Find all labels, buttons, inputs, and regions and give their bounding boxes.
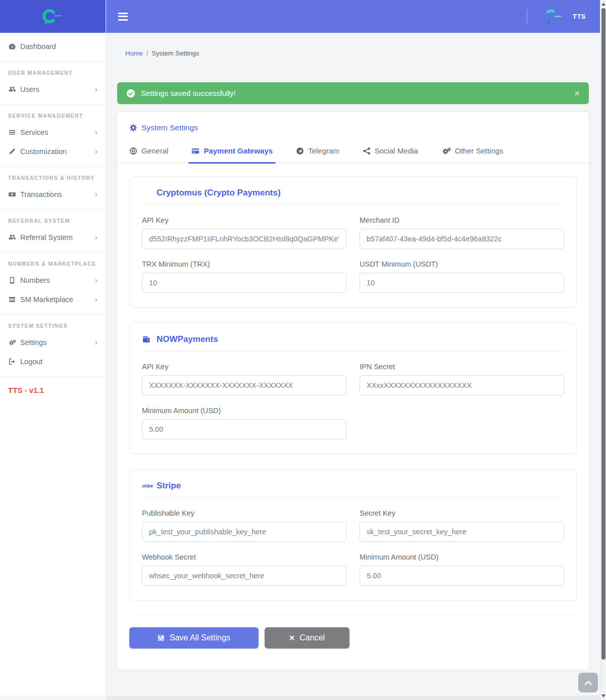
divider <box>0 376 106 377</box>
chevron-right-icon: › <box>95 233 97 241</box>
cryptomus-api-key-input[interactable] <box>142 229 346 249</box>
stripe-publishable-key-input[interactable] <box>142 522 346 542</box>
field-label: IPN Secret <box>360 363 564 371</box>
chevron-right-icon: › <box>95 190 97 198</box>
sidebar: Dashboard USER MANAGEMENT Users › SERVIC… <box>0 0 106 695</box>
sidebar-item-label: Dashboard <box>20 42 97 51</box>
tab-social-media[interactable]: Social Media <box>363 146 418 163</box>
nowpayments-minimum-amount-input[interactable] <box>142 419 346 439</box>
scrollbar-down-arrow[interactable] <box>601 694 605 697</box>
tab-label: Social Media <box>375 146 418 155</box>
field-minimum-amount: Minimum Amount (USD) <box>360 553 564 586</box>
stripe-minimum-amount-input[interactable] <box>360 566 564 586</box>
divider <box>527 9 527 24</box>
save-icon <box>158 634 165 641</box>
sidebar-item-customization[interactable]: Customization › <box>0 142 106 161</box>
chevron-right-icon: › <box>95 128 97 136</box>
chevron-up-icon <box>584 680 592 685</box>
field-api-key: API Key <box>142 363 346 395</box>
field-label: Merchant ID <box>360 216 564 224</box>
chevron-right-icon: › <box>95 295 97 304</box>
form-actions: Save All Settings × Cancel <box>129 616 577 670</box>
card-header: System Settings <box>117 112 589 132</box>
scrollbar-thumb[interactable] <box>601 8 605 660</box>
sidebar-item-transactions[interactable]: Transactions › <box>0 185 106 204</box>
field-label: Webhook Secret <box>142 553 346 561</box>
sidebar-item-users[interactable]: Users › <box>0 80 106 99</box>
sidebar-item-referral-system[interactable]: Referral System › <box>0 228 106 247</box>
sidebar-nav: Dashboard USER MANAGEMENT Users › SERVIC… <box>0 33 106 394</box>
topbar: TTS <box>106 0 606 33</box>
scrollbar-up-arrow[interactable] <box>601 3 605 6</box>
cryptomus-merchant-id-input[interactable] <box>360 229 564 249</box>
field-label: USDT Minimum (USDT) <box>360 260 564 268</box>
breadcrumb-current: System Settings <box>152 49 199 57</box>
cancel-x-icon: × <box>289 633 295 642</box>
field-api-key: API Key <box>142 216 346 249</box>
stripe-webhook-secret-input[interactable] <box>142 566 346 586</box>
credit-card-icon <box>191 147 199 155</box>
gear-icon <box>129 124 137 132</box>
sidebar-section-header: SYSTEM SETTINGS <box>8 323 97 329</box>
sidebar-brand[interactable] <box>0 0 106 33</box>
sidebar-item-label: Users <box>20 85 95 93</box>
cryptomus-usdt-minimum-input[interactable] <box>360 273 564 293</box>
sidebar-item-label: Logout <box>20 358 97 366</box>
sidebar-section-header: NUMBERS & MARKETPLACE <box>8 261 97 267</box>
breadcrumb-home-link[interactable]: Home <box>125 49 143 57</box>
sidebar-item-dashboard[interactable]: Dashboard <box>0 37 106 56</box>
brand-logo-icon <box>38 7 68 27</box>
chevron-right-icon: › <box>95 85 97 93</box>
pencil-icon <box>8 147 20 156</box>
divider <box>0 314 106 315</box>
cancel-button[interactable]: × Cancel <box>265 627 349 648</box>
stripe-secret-key-input[interactable] <box>360 522 564 542</box>
page-bottom-strip <box>106 695 600 700</box>
tab-general[interactable]: General <box>129 146 168 163</box>
referral-users-icon <box>8 233 20 241</box>
divider <box>0 166 106 167</box>
users-icon <box>8 85 20 93</box>
sidebar-item-label: Numbers <box>20 276 95 284</box>
cryptomus-section: Cryptomus (Crypto Payments) API Key Merc… <box>129 176 577 308</box>
gears-icon <box>441 147 451 155</box>
divider <box>0 104 106 105</box>
share-icon <box>363 147 371 155</box>
sidebar-item-label: SM Marketplace <box>20 295 95 304</box>
section-title: NOWPayments <box>157 334 218 344</box>
nowpayments-section: NOWPayments API Key IPN Secret Minimum A… <box>129 323 577 454</box>
sidebar-item-label: Referral System <box>20 233 95 241</box>
tab-payment-gateways[interactable]: Payment Gateways <box>191 146 273 163</box>
sidebar-item-settings[interactable]: Settings › <box>0 333 106 352</box>
save-all-settings-button[interactable]: Save All Settings <box>129 627 259 648</box>
tab-other-settings[interactable]: Other Settings <box>441 146 503 163</box>
hamburger-menu-icon[interactable] <box>118 13 128 21</box>
logout-icon <box>8 358 20 366</box>
field-label: API Key <box>142 363 346 371</box>
sidebar-item-logout[interactable]: Logout <box>0 352 106 371</box>
tab-label: Other Settings <box>455 146 503 155</box>
close-icon[interactable]: × <box>574 88 580 98</box>
nowpayments-api-key-input[interactable] <box>142 375 346 395</box>
divider <box>0 61 106 62</box>
topbar-brand[interactable]: TTS <box>527 8 586 25</box>
field-webhook-secret: Webhook Secret <box>142 553 346 586</box>
cryptomus-trx-minimum-input[interactable] <box>142 273 346 293</box>
field-label: Secret Key <box>360 509 564 517</box>
sidebar-item-numbers[interactable]: Numbers › <box>0 271 106 290</box>
telegram-icon <box>296 147 304 155</box>
tab-label: Payment Gateways <box>204 146 273 155</box>
nowpayments-ipn-secret-input[interactable] <box>360 375 564 395</box>
scrollbar[interactable] <box>600 0 606 700</box>
check-circle-icon <box>126 89 135 98</box>
button-label: Save All Settings <box>170 633 230 642</box>
divider <box>0 252 106 253</box>
sidebar-item-sm-marketplace[interactable]: SM Marketplace › <box>0 290 106 309</box>
sidebar-item-services[interactable]: Services › <box>0 123 106 142</box>
tab-telegram[interactable]: Telegram <box>296 146 339 163</box>
scroll-to-top-button[interactable] <box>578 673 598 692</box>
app-version-label: TTS - v1.1 <box>8 386 97 394</box>
field-usdt-minimum: USDT Minimum (USDT) <box>360 260 564 293</box>
brand-logo-icon <box>542 8 566 25</box>
field-merchant-id: Merchant ID <box>360 216 564 249</box>
